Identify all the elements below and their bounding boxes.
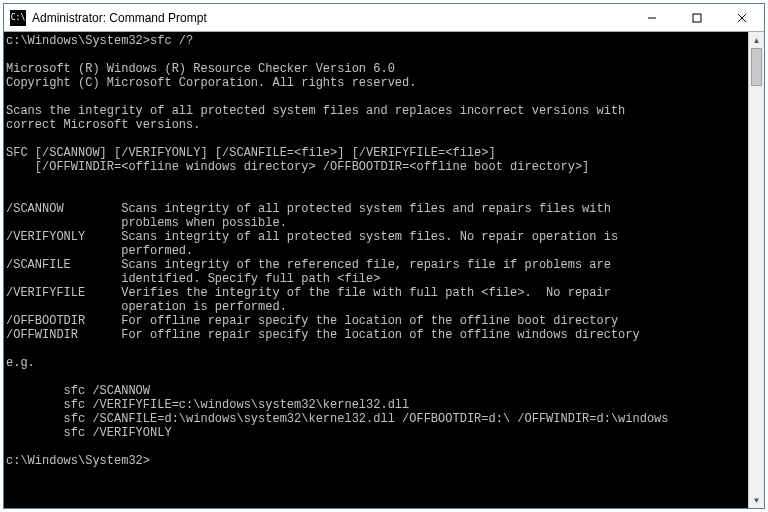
window-title: Administrator: Command Prompt [32, 11, 629, 25]
titlebar[interactable]: C:\ Administrator: Command Prompt [4, 4, 764, 32]
output-line: SFC [/SCANNOW] [/VERIFYONLY] [/SCANFILE=… [6, 146, 496, 160]
option-desc: problems when possible. [121, 216, 287, 230]
minimize-icon [647, 13, 657, 23]
option-key: /VERIFYONLY [6, 230, 121, 244]
client-area: c:\Windows\System32>sfc /? Microsoft (R)… [4, 32, 764, 508]
cmd-icon: C:\ [10, 10, 26, 26]
option-pad [6, 216, 121, 230]
option-desc: Scans integrity of the referenced file, … [121, 258, 611, 272]
scroll-up-button[interactable]: ▲ [749, 32, 764, 48]
option-desc: For offline repair specify the location … [121, 328, 639, 342]
prompt: c:\Windows\System32> [6, 454, 150, 468]
option-desc: Verifies the integrity of the file with … [121, 286, 611, 300]
close-icon [737, 13, 747, 23]
option-desc: Scans integrity of all protected system … [121, 202, 611, 216]
option-key: /SCANNOW [6, 202, 121, 216]
minimize-button[interactable] [629, 4, 674, 31]
vertical-scrollbar[interactable]: ▲ ▼ [748, 32, 764, 508]
console-output[interactable]: c:\Windows\System32>sfc /? Microsoft (R)… [4, 32, 748, 508]
option-key: /OFFWINDIR [6, 328, 121, 342]
scroll-down-button[interactable]: ▼ [749, 492, 764, 508]
example-line: sfc /SCANFILE=d:\windows\system32\kernel… [64, 412, 669, 426]
prompt: c:\Windows\System32> [6, 34, 150, 48]
example-pad [6, 398, 64, 412]
maximize-button[interactable] [674, 4, 719, 31]
window-buttons [629, 4, 764, 31]
close-button[interactable] [719, 4, 764, 31]
example-line: sfc /VERIFYONLY [64, 426, 172, 440]
output-line: Microsoft (R) Windows (R) Resource Check… [6, 62, 395, 76]
option-desc: performed. [121, 244, 193, 258]
example-pad [6, 412, 64, 426]
svg-rect-1 [693, 14, 701, 22]
maximize-icon [692, 13, 702, 23]
output-line: e.g. [6, 356, 35, 370]
example-line: sfc /VERIFYFILE=c:\windows\system32\kern… [64, 398, 410, 412]
example-line: sfc /SCANNOW [64, 384, 150, 398]
cmd-window: C:\ Administrator: Command Prompt c:\Win… [3, 3, 765, 509]
option-key: /OFFBOOTDIR [6, 314, 121, 328]
option-pad [6, 272, 121, 286]
option-key: /SCANFILE [6, 258, 121, 272]
option-desc: operation is performed. [121, 300, 287, 314]
scrollbar-thumb[interactable] [751, 48, 762, 86]
example-pad [6, 384, 64, 398]
output-line: [/OFFWINDIR=<offline windows directory> … [6, 160, 589, 174]
option-desc: identified. Specify full path <file> [121, 272, 380, 286]
command-text: sfc /? [150, 34, 193, 48]
output-line: correct Microsoft versions. [6, 118, 200, 132]
option-desc: Scans integrity of all protected system … [121, 230, 618, 244]
option-pad [6, 300, 121, 314]
example-pad [6, 426, 64, 440]
output-line: Copyright (C) Microsoft Corporation. All… [6, 76, 416, 90]
option-pad [6, 244, 121, 258]
option-desc: For offline repair specify the location … [121, 314, 618, 328]
output-line: Scans the integrity of all protected sys… [6, 104, 625, 118]
option-key: /VERIFYFILE [6, 286, 121, 300]
